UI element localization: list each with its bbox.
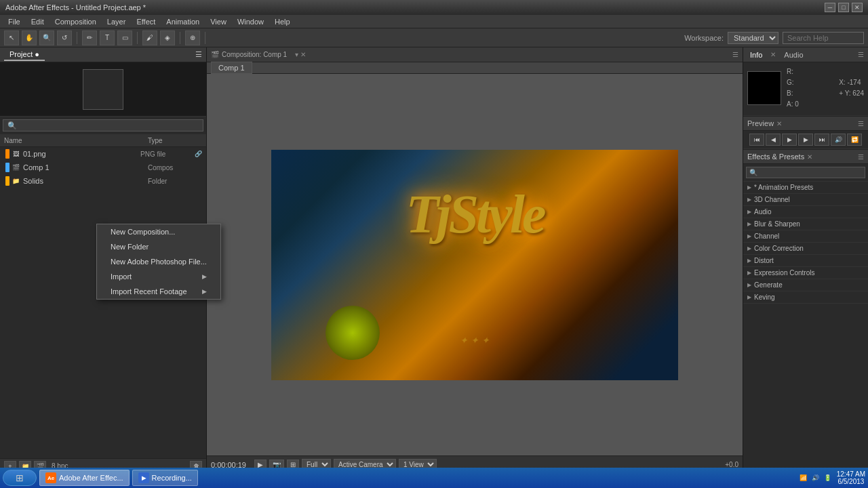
effect-cat-3d[interactable]: ▶ 3D Channel — [743, 194, 868, 206]
comp-canvas[interactable]: TjStyle ✦ ✦ ✦ — [271, 150, 678, 380]
ctx-import-recent[interactable]: Import Recent Footage ▶ — [97, 284, 220, 299]
rec-app-icon: ▶ — [138, 472, 149, 483]
tool-brush[interactable]: 🖌 — [142, 30, 157, 45]
menu-edit[interactable]: Edit — [26, 16, 50, 27]
effect-cat-distort[interactable]: ▶ Distort — [743, 255, 868, 267]
effect-cat-audio[interactable]: ▶ Audio — [743, 206, 868, 218]
preview-menu-icon[interactable]: ☰ — [858, 120, 864, 127]
maximize-button[interactable]: □ — [838, 3, 849, 12]
r-value-row: R: — [787, 66, 799, 77]
ctx-new-folder[interactable]: New Folder — [97, 239, 220, 254]
close-button[interactable]: ✕ — [852, 3, 863, 12]
item-type-png: PNG file — [140, 150, 195, 158]
effect-cat-channel[interactable]: ▶ Channel — [743, 230, 868, 243]
effects-menu-icon[interactable]: ☰ — [858, 153, 864, 161]
tool-puppet[interactable]: ⊕ — [185, 30, 200, 45]
film-icon: 🎬 — [211, 51, 219, 58]
anim-arrow-icon: ▶ — [747, 184, 751, 190]
ctx-import-recent-arrow-icon: ▶ — [202, 288, 207, 295]
step-back-btn[interactable]: ◀ — [766, 134, 781, 146]
menu-animation[interactable]: Animation — [161, 16, 205, 27]
comp-panel-menu[interactable]: ☰ — [732, 51, 738, 58]
loop-btn[interactable]: 🔁 — [847, 134, 862, 146]
tool-text[interactable]: T — [100, 30, 115, 45]
menu-effect[interactable]: Effect — [131, 16, 161, 27]
taskbar-rec-app[interactable]: ▶ Recording... — [132, 470, 198, 486]
effect-cat-keving[interactable]: ▶ Keving — [743, 291, 868, 304]
preview-close-icon[interactable]: ✕ — [776, 120, 782, 127]
a-value-row: A: 0 — [787, 99, 799, 110]
start-button[interactable]: ⊞ — [3, 470, 37, 486]
b-value-row: B: — [787, 88, 799, 99]
minimize-button[interactable]: ─ — [825, 3, 835, 12]
tool-hand[interactable]: ✋ — [22, 30, 37, 45]
effects-panel-header: Effects & Presets ✕ ☰ — [743, 149, 868, 164]
preview-panel-header: Preview ✕ ☰ — [743, 116, 868, 131]
menu-layer[interactable]: Layer — [102, 16, 132, 27]
tool-select[interactable]: ↖ — [4, 30, 19, 45]
menu-window[interactable]: Window — [232, 16, 269, 27]
workspace-select[interactable]: Standard — [728, 32, 778, 44]
workspace-area: Workspace: Standard — [684, 32, 864, 44]
info-content: R: G: B: A: 0 X: -174 + Y: 624 — [743, 62, 868, 116]
workspace-label: Workspace: — [684, 34, 724, 42]
folder-icon: 📁 — [11, 176, 20, 186]
step-forward-btn[interactable]: ▶ — [798, 134, 813, 146]
title-text: Adobe After Effects - Untitled Project.a… — [5, 3, 146, 12]
skip-to-end-btn[interactable]: ⏭ — [814, 134, 829, 146]
help-search-input[interactable] — [783, 32, 864, 44]
blur-arrow-icon: ▶ — [747, 221, 751, 227]
effect-cat-channel-label: Channel — [754, 232, 779, 240]
project-search-input[interactable] — [3, 119, 203, 131]
color-arrow-icon: ▶ — [747, 245, 751, 251]
effect-cat-blur[interactable]: ▶ Blur & Sharpen — [743, 218, 868, 230]
tool-rotate[interactable]: ↺ — [57, 30, 72, 45]
effects-search-input[interactable] — [746, 167, 865, 178]
effect-cat-color[interactable]: ▶ Color Correction — [743, 243, 868, 255]
item-color-png — [5, 149, 9, 159]
menu-file[interactable]: File — [3, 16, 26, 27]
effect-cat-animation[interactable]: ▶ * Animation Presets — [743, 182, 868, 194]
project-item-png[interactable]: 🖼 01.png PNG file 🔗 — [0, 147, 206, 161]
system-tray: 📶 🔊 🔋 — [799, 473, 833, 483]
tool-zoom[interactable]: 🔍 — [39, 30, 54, 45]
info-menu-icon[interactable]: ☰ — [858, 51, 864, 58]
project-preview-area — [0, 62, 206, 117]
y-coord-row: + Y: 624 — [839, 88, 864, 99]
tool-clone[interactable]: ◈ — [160, 30, 175, 45]
comp-viewer-tab[interactable]: Comp 1 — [211, 62, 252, 74]
menu-view[interactable]: View — [205, 16, 232, 27]
skip-to-start-btn[interactable]: ⏮ — [749, 134, 764, 146]
effect-cat-generate-label: Generate — [754, 281, 783, 289]
effect-cat-generate[interactable]: ▶ Generate — [743, 279, 868, 291]
comp-tab-close[interactable]: ▾ ✕ — [295, 51, 306, 58]
ctx-new-composition[interactable]: New Composition... — [97, 224, 220, 239]
ctx-new-photoshop[interactable]: New Adobe Photoshop File... — [97, 254, 220, 269]
tool-pen[interactable]: ✏ — [82, 30, 97, 45]
channel-arrow-icon: ▶ — [747, 233, 751, 239]
taskbar-right-area: 📶 🔊 🔋 12:47 AM 6/5/2013 — [799, 470, 865, 485]
col-type-header: Type — [148, 137, 202, 144]
effect-cat-expression[interactable]: ▶ Expression Controls — [743, 267, 868, 279]
info-close-icon[interactable]: ✕ — [770, 51, 776, 58]
effects-close-icon[interactable]: ✕ — [807, 153, 812, 161]
info-color-swatch — [747, 71, 781, 105]
audio-tab[interactable]: Audio — [781, 49, 806, 60]
volume-icon: 🔊 — [811, 473, 821, 483]
windows-logo-icon: ⊞ — [16, 472, 24, 483]
ae-app-label: Adobe After Effec... — [59, 474, 123, 482]
project-item-comp[interactable]: 🎬 Comp 1 Compos — [0, 161, 206, 174]
effect-cat-color-label: Color Correction — [754, 245, 804, 252]
project-item-solids[interactable]: 📁 Solids Folder — [0, 174, 206, 188]
play-pause-btn[interactable]: ▶ — [782, 134, 797, 146]
item-type-comp: Compos — [148, 164, 202, 171]
project-tab[interactable]: Project ● — [4, 49, 45, 61]
ctx-import[interactable]: Import ▶ — [97, 269, 220, 284]
audio-btn[interactable]: 🔊 — [831, 134, 846, 146]
tool-shape[interactable]: ▭ — [117, 30, 132, 45]
panel-menu-icon[interactable]: ☰ — [195, 50, 202, 59]
taskbar-ae-app[interactable]: Ae Adobe After Effec... — [39, 470, 130, 486]
menu-composition[interactable]: Composition — [50, 16, 102, 27]
menu-help[interactable]: Help — [269, 16, 296, 27]
info-tab[interactable]: Info — [747, 49, 765, 60]
